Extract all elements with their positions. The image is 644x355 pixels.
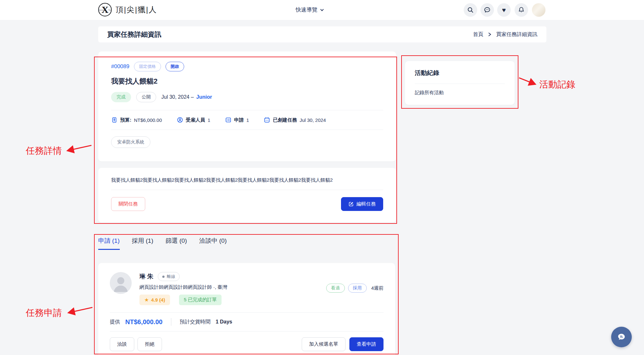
logo-word-top: Top [108, 9, 111, 11]
applications-icon [225, 117, 232, 123]
brand-logo[interactable]: Hunter X Top 頂|尖|獵|人 [98, 3, 157, 16]
task-detail-card: #00089 固定價格 開啟 我要找人餵貓2 完成 公開 Jul 30, 202… [98, 51, 396, 161]
tab-applications[interactable]: 申請 (1) [98, 237, 120, 250]
applicant-card: 琳 朱 離線 網頁設計師網頁設計師網頁設計師 ·, 臺灣 ★ 4.9 (4) 5… [98, 263, 395, 355]
chat-icon [484, 6, 491, 14]
edit-task-button[interactable]: 編輯任務 [341, 197, 383, 211]
arrow-task-application [69, 307, 92, 313]
task-tag: 安卓防火系統 [111, 136, 150, 148]
task-employees: 受雇人員 1 [177, 117, 210, 123]
person-icon [110, 272, 132, 294]
applicant-avatar [110, 272, 132, 294]
employees-icon [177, 117, 183, 123]
applicant-status-badge: 離線 [158, 272, 180, 281]
view-application-button[interactable]: 查看申請 [349, 337, 384, 351]
activity-title: 活動紀錄 [415, 69, 505, 77]
top-header: Hunter X Top 頂|尖|獵|人 快速導覽 ♥ [0, 0, 644, 20]
task-visibility-badge: 公開 [136, 92, 156, 102]
page-title: 買家任務詳細資訊 [107, 30, 161, 39]
annotation-label-activity-log: 活動記錄 [539, 78, 575, 91]
offline-dot-icon [162, 276, 165, 278]
arrow-activity-log [519, 78, 535, 84]
seen-badge: 看過 [326, 284, 345, 293]
arrow-task-detail [68, 145, 91, 150]
task-state-badge: 完成 [111, 92, 131, 102]
chat-fab-button[interactable] [611, 327, 632, 347]
quick-nav-menu[interactable]: 快速導覽 [296, 6, 324, 14]
annotation-label-task-application: 任務申請 [26, 307, 62, 319]
breadcrumb-chevron-icon [488, 32, 492, 37]
offer-amount: NT$6,000.00 [125, 318, 163, 326]
task-type-badge: 固定價格 [134, 62, 161, 71]
applicant-subtitle: 網頁設計師網頁設計師網頁設計師 ·, 臺灣 [139, 284, 227, 290]
negotiate-button[interactable]: 洽談 [110, 337, 134, 351]
reject-button[interactable]: 拒絕 [137, 337, 162, 351]
task-description: 我要找人餵貓2我要找人餵貓2我要找人餵貓2我要找人餵貓2我要找人餵貓2我要找人餵… [111, 176, 383, 184]
breadcrumb-home[interactable]: 首頁 [473, 31, 483, 38]
brand-name: 頂|尖|獵|人 [116, 5, 157, 15]
search-icon [467, 7, 474, 13]
delivery-value: 1 Days [216, 319, 232, 325]
chevron-down-icon [320, 8, 324, 12]
task-meta-row: 預算: NT$6,000.00 受雇人員 1 申請 1 [111, 110, 383, 130]
search-button[interactable] [464, 3, 477, 17]
budget-icon [111, 117, 118, 123]
delivery-label: 預計交貨時間 [180, 319, 211, 325]
task-title: 我要找人餵貓2 [111, 77, 383, 86]
breadcrumb: 首頁 買家任務詳細資訊 [473, 31, 537, 38]
applicant-rating-badge: ★ 4.9 (4) [139, 295, 170, 305]
favorites-button[interactable]: ♥ [497, 3, 511, 17]
activity-body: 記錄所有活動 [415, 90, 505, 96]
calendar-icon [264, 117, 270, 123]
annotation-label-task-detail: 任務詳情 [26, 145, 62, 157]
divider [415, 84, 505, 84]
user-avatar[interactable] [532, 3, 545, 17]
chat-bubble-icon [617, 332, 626, 342]
edit-icon [348, 201, 354, 207]
bell-icon [518, 6, 525, 14]
divider [171, 318, 171, 326]
breadcrumb-current: 買家任務詳細資訊 [496, 31, 537, 38]
task-level: Junior [196, 94, 212, 100]
divider [110, 331, 384, 332]
divider [111, 190, 383, 190]
task-applications-count: 申請 1 [225, 117, 249, 123]
logo-word-hunter: Hunter [99, 9, 104, 11]
applicant-name[interactable]: 琳 朱 [139, 272, 153, 281]
task-status-badge: 開啟 [166, 62, 184, 71]
star-icon: ★ [144, 297, 149, 303]
task-id[interactable]: #00089 [111, 63, 129, 70]
task-date-range: Jul 30, 2024 – Junior [161, 94, 212, 100]
page-title-bar: 買家任務詳細資訊 首頁 買家任務詳細資訊 [98, 26, 546, 42]
activity-log-card: 活動紀錄 記錄所有活動 [405, 61, 515, 105]
hired-badge: 採用 [348, 284, 367, 293]
tab-negotiating[interactable]: 洽談中 (0) [199, 237, 227, 250]
tab-shortlisted[interactable]: 篩選 (0) [166, 237, 187, 250]
tab-hired[interactable]: 採用 (1) [132, 237, 154, 250]
quick-nav-label: 快速導覽 [296, 6, 317, 14]
task-budget: 預算: NT$6,000.00 [111, 117, 162, 123]
applications-tabs: 申請 (1) 採用 (1) 篩選 (0) 洽談中 (0) [98, 237, 227, 250]
add-shortlist-button[interactable]: 加入候選名單 [302, 337, 346, 351]
notifications-button[interactable] [515, 3, 528, 17]
close-task-button[interactable]: 關閉任務 [111, 197, 145, 211]
offer-label: 提供 [110, 319, 120, 325]
task-description-card: 我要找人餵貓2我要找人餵貓2我要找人餵貓2我要找人餵貓2我要找人餵貓2我要找人餵… [98, 168, 396, 223]
messages-button[interactable] [480, 3, 494, 17]
task-created: 已創建任務 Jul 30, 2024 [264, 117, 326, 123]
logo-icon: Hunter X Top [98, 3, 112, 16]
application-time: 4週前 [371, 285, 384, 291]
applicant-orders-badge: 5 已完成的訂單 [179, 295, 222, 305]
heart-icon: ♥ [502, 7, 506, 13]
